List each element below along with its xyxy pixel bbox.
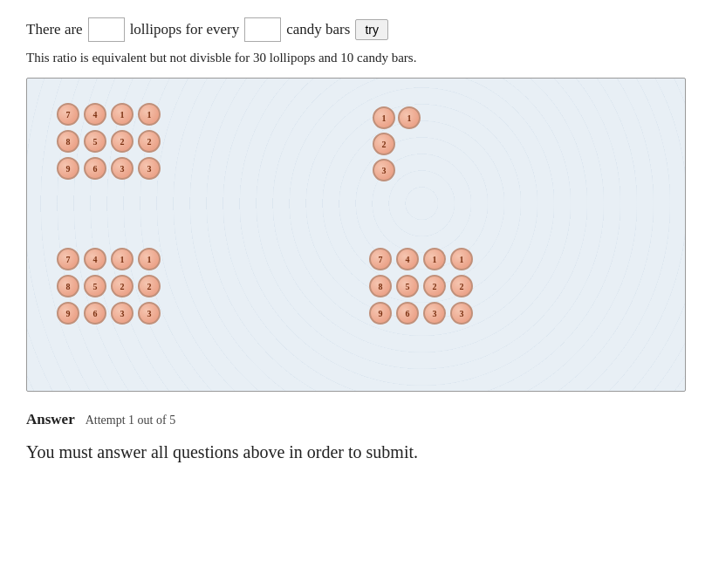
lollipop: 1	[423, 248, 446, 270]
candy-cluster-top-right: 1 1 2 3	[369, 103, 424, 185]
problem-line: There are lollipops for every candy bars…	[26, 17, 686, 42]
answer-section: Answer Attempt 1 out of 5	[26, 411, 686, 428]
lollipop: 8	[369, 275, 392, 297]
lollipop: 3	[423, 302, 446, 325]
lollipop: 6	[84, 302, 106, 325]
lollipop: 9	[57, 302, 79, 325]
lollipop: 6	[396, 302, 419, 325]
lollipop: 2	[138, 275, 161, 297]
lollipop: 2	[450, 275, 473, 297]
submit-message: You must answer all questions above in o…	[26, 442, 686, 462]
quadrant-bottom-right: 7 4 1 1 8 5 2 2 9 6 3 3	[360, 239, 664, 375]
subtitle-text: This ratio is equivalent but not divisbl…	[26, 51, 686, 65]
candy-label-text: candy bars	[286, 21, 350, 38]
candy-input[interactable]	[244, 17, 281, 42]
try-button[interactable]: try	[355, 19, 388, 40]
lollipop: 5	[84, 130, 106, 153]
prefix-text: There are	[26, 21, 83, 38]
lollipop: 1	[138, 248, 161, 270]
candy-row: 1 1	[373, 106, 421, 129]
lollipop: 3	[450, 302, 473, 325]
lollipop: 1	[111, 248, 134, 270]
lollipop: 2	[138, 130, 161, 153]
lollipop: 7	[57, 103, 79, 126]
visual-box: 7 4 1 1 8 5 2 2 9 6 3 3 1 1 2 3	[26, 78, 686, 392]
candy-bar: 1	[373, 106, 395, 129]
lollipop: 3	[138, 157, 161, 180]
lollipop: 7	[57, 248, 79, 270]
lollipop: 3	[111, 302, 134, 325]
lollipop: 7	[369, 248, 392, 270]
lollipop: 8	[57, 275, 79, 297]
lollipop: 2	[423, 275, 446, 297]
lollipop: 1	[450, 248, 473, 270]
lollipop: 2	[111, 130, 134, 153]
quadrant-bottom-left: 7 4 1 1 8 5 2 2 9 6 3 3	[48, 239, 352, 375]
lollipop: 1	[111, 103, 134, 126]
lollipop: 4	[84, 103, 106, 126]
lollipop: 5	[396, 275, 419, 297]
attempt-text: Attempt 1 out of 5	[86, 414, 175, 427]
lollipop: 9	[57, 157, 79, 180]
middle-text: lollipops for every	[130, 21, 240, 38]
lollipop: 4	[84, 248, 106, 270]
lollipop: 4	[396, 248, 419, 270]
lollipop-cluster-top-left: 7 4 1 1 8 5 2 2 9 6 3 3	[57, 103, 162, 181]
lollipop: 3	[111, 157, 134, 180]
lollipop-cluster-bottom-right: 7 4 1 1 8 5 2 2 9 6 3 3	[369, 248, 475, 326]
lollipop: 9	[369, 302, 392, 325]
answer-label: Answer	[26, 411, 75, 427]
candy-row: 2	[373, 133, 421, 155]
quadrant-top-left: 7 4 1 1 8 5 2 2 9 6 3 3	[48, 94, 352, 230]
lollipop: 2	[111, 275, 134, 297]
candy-row: 3	[373, 159, 421, 181]
lollipop: 8	[57, 130, 79, 153]
candy-bar: 1	[398, 106, 421, 129]
lollipop-input[interactable]	[88, 17, 125, 42]
candy-bar: 2	[373, 133, 395, 155]
lollipop: 1	[138, 103, 161, 126]
quadrant-top-right: 1 1 2 3	[360, 94, 664, 230]
candy-bar: 3	[373, 159, 395, 181]
lollipop: 5	[84, 275, 106, 297]
lollipop: 6	[84, 157, 106, 180]
lollipop-cluster-bottom-left: 7 4 1 1 8 5 2 2 9 6 3 3	[57, 248, 162, 326]
lollipop: 3	[138, 302, 161, 325]
